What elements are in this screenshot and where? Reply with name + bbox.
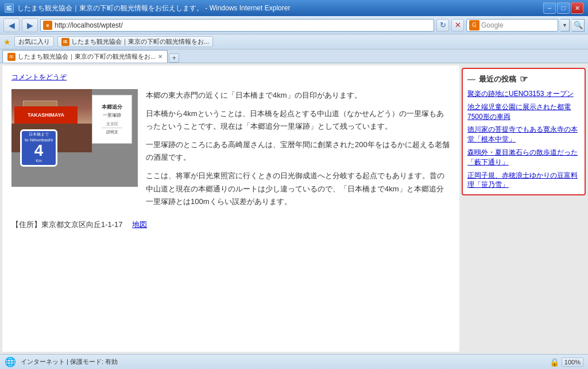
status-right: 🔒 100% (550, 358, 583, 367)
road-sign: 日本橋まで to Nihonbashi 4 Km (20, 129, 57, 184)
sign-pole (38, 167, 40, 184)
article-body: TAKASHIMAYA 本郷追分 一里塚跡 文京区 説明文 (11, 89, 450, 214)
page-content: コメントをどうぞ TAKASHIMAYA (2, 66, 459, 352)
globe-icon: 🌐 (5, 356, 16, 367)
sign-top-line1: 日本橋まで (29, 132, 49, 137)
close-button[interactable]: ✕ (571, 2, 583, 14)
favorites-item-1[interactable]: IE したまち観光協会｜東京の下町の観光情報をお... (57, 36, 213, 47)
favorites-text: お気に入り (18, 37, 50, 46)
favorites-bar: ★ お気に入り IE したまち観光協会｜東京の下町の観光情報をお... (0, 34, 588, 49)
paragraph-2: 日本橋から4kmということは、日本橋を起点とする中山道（なかせんどう）の一里塚も… (146, 107, 450, 133)
sidebar-title: — 最近の投稿 ☞ (467, 74, 580, 84)
address-icon: e (43, 21, 52, 30)
stop-button[interactable]: ✕ (451, 19, 464, 32)
article-images: TAKASHIMAYA 本郷追分 一里塚跡 文京区 説明文 (11, 89, 138, 214)
new-tab-button[interactable]: + (169, 53, 179, 63)
comment-link[interactable]: コメントをどうぞ (11, 72, 450, 82)
title-bar-buttons: − □ ✕ (543, 2, 583, 14)
forward-button[interactable]: ▶ (22, 18, 38, 32)
zoom-button[interactable]: 100% (562, 358, 583, 367)
search-dropdown[interactable]: ▼ (560, 19, 570, 32)
sidebar-panel: — 最近の投稿 ☞ 聚楽の跡地にUENO3153 オープン 池之端児童公園に展示… (462, 68, 586, 195)
sidebar-cursor-icon: ☞ (520, 74, 528, 84)
sidebar-link-4[interactable]: 森鴎外・夏目漱石らの散歩道だった「藪下通り」 (467, 148, 580, 167)
tab-icon: IE (7, 53, 16, 61)
sidebar-link-5[interactable]: 正岡子規、赤穂浪士ゆかりの豆富料理「笹乃雪」 (467, 171, 580, 190)
title-bar-text: したまち観光協会｜東京の下町の観光情報をお伝えします。 - Windows In… (17, 3, 543, 13)
favorites-item-label: したまち観光協会｜東京の下町の観光情報をお... (71, 37, 209, 46)
sidebar-link-1[interactable]: 聚楽の跡地にUENO3153 オープン (467, 89, 580, 99)
sidebar-links: 聚楽の跡地にUENO3153 オープン 池之端児童公園に展示された都電7500形… (467, 89, 580, 190)
status-icon: 🌐 (5, 356, 16, 368)
status-bar: 🌐 インターネット | 保護モード: 有効 🔒 100% (0, 354, 588, 369)
search-icon: G (469, 20, 479, 30)
road-sign-circle: 日本橋まで to Nihonbashi 4 Km (20, 129, 57, 167)
sidebar-dash: — (467, 75, 475, 84)
favorites-label[interactable]: お気に入り (14, 36, 54, 47)
tab-close-button[interactable]: ✕ (158, 53, 163, 60)
sidebar-link-3[interactable]: 徳川家の菩提寺でもある寛永寺の本堂「根本中堂」 (467, 125, 580, 144)
tab-label: したまち観光協会｜東京の下町の観光情報をお... (18, 52, 156, 61)
tab-bar: IE したまち観光協会｜東京の下町の観光情報をお... ✕ + (0, 49, 588, 63)
search-box[interactable]: G Google (466, 19, 558, 32)
refresh-button[interactable]: ↻ (436, 19, 449, 32)
paragraph-4: ここは、将軍が日光東照宮に行くときの日光御成道へと分岐する起点でもあります。昔の… (146, 170, 450, 207)
article-image-composite: TAKASHIMAYA 本郷追分 一里塚跡 文京区 説明文 (11, 89, 138, 187)
address-line: 【住所】東京都文京区向丘1-1-17 地図 (11, 220, 450, 230)
title-bar-icon: IE (5, 3, 14, 13)
active-tab[interactable]: IE したまち観光協会｜東京の下町の観光情報をお... ✕ (2, 50, 168, 63)
sidebar-title-text: 最近の投稿 (479, 74, 516, 84)
article-text: 本郷の東大赤門の近くに「日本橋まで4km」の目印があります。 日本橋から4kmと… (146, 89, 450, 214)
favorites-star-icon: ★ (3, 37, 11, 47)
paragraph-3: 一里塚跡のところにある高崎屋さんは、宝暦年間に創業された200年をはるかに超える… (146, 139, 450, 164)
title-bar: IE したまち観光協会｜東京の下町の観光情報をお伝えします。 - Windows… (0, 0, 588, 16)
paragraph-1: 本郷の東大赤門の近くに「日本橋まで4km」の目印があります。 (146, 89, 450, 102)
address-text-content: 【住所】東京都文京区向丘1-1-17 (11, 220, 123, 229)
favorites-item-icon: IE (61, 38, 69, 46)
maximize-button[interactable]: □ (557, 2, 570, 14)
back-button[interactable]: ◀ (3, 18, 20, 32)
search-placeholder: Google (481, 21, 504, 29)
info-sign-board: 本郷追分 一里塚跡 文京区 説明文 (92, 95, 132, 144)
toolbar: ◀ ▶ e http://localhost/wptest/ ↻ ✕ G Goo… (0, 16, 588, 34)
sign-unit: Km (36, 159, 42, 163)
search-go-button[interactable]: 🔍 (572, 19, 585, 32)
address-text: http://localhost/wptest/ (55, 21, 431, 29)
sidebar: — 最近の投稿 ☞ 聚楽の跡地にUENO3153 オープン 池之端児童公園に展示… (462, 63, 588, 354)
main-area: コメントをどうぞ TAKASHIMAYA (0, 63, 588, 354)
lock-icon: 🔒 (550, 358, 559, 367)
minimize-button[interactable]: − (543, 2, 556, 14)
sign-number: 4 (34, 143, 44, 159)
address-bar[interactable]: e http://localhost/wptest/ (40, 19, 434, 32)
status-text: インターネット | 保護モード: 有効 (21, 358, 545, 366)
map-link[interactable]: 地図 (132, 220, 147, 229)
sidebar-link-2[interactable]: 池之端児童公園に展示された都電7500形の車両 (467, 102, 580, 122)
